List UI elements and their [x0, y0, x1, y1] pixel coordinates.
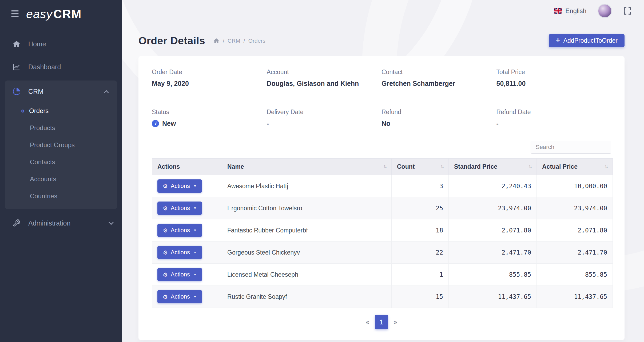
- caret-down-icon: ▼: [193, 251, 197, 254]
- gear-icon: ⚙: [163, 250, 168, 255]
- cell-count: 22: [392, 242, 449, 264]
- sidebar-item-label: Accounts: [30, 175, 56, 183]
- sidebar-item-home[interactable]: Home: [0, 33, 122, 55]
- actions-label: Actions: [171, 249, 190, 256]
- cell-standard-price: 2,240.43: [449, 175, 537, 197]
- sidebar-item-administration[interactable]: Administration: [0, 212, 122, 235]
- sidebar-item-label: Products: [30, 124, 55, 132]
- sidebar-item-label: CRM: [28, 88, 43, 95]
- field-refund-date: Refund Date -: [496, 108, 611, 127]
- header-standard-price[interactable]: ↑↓ Standard Price: [449, 159, 537, 175]
- cell-actual-price: 855.85: [537, 264, 613, 286]
- field-value: -: [496, 120, 611, 127]
- cell-name: Rustic Granite Soapyf: [222, 286, 392, 308]
- cell-name: Ergonomic Cotton Towelsro: [222, 197, 392, 219]
- field-label: Refund Date: [496, 108, 611, 116]
- header-count[interactable]: ↑↓ Count: [392, 159, 449, 175]
- sidebar-item-product-groups[interactable]: Product Groups: [5, 136, 117, 154]
- sidebar-item-accounts[interactable]: Accounts: [5, 171, 117, 188]
- header-actual-price[interactable]: ↑↓ Actual Price: [537, 159, 613, 175]
- add-product-to-order-button[interactable]: + AddProductToOrder: [549, 34, 625, 47]
- cell-count: 18: [392, 219, 449, 242]
- home-icon: [12, 40, 21, 48]
- brand-prefix: easy: [26, 8, 53, 20]
- home-breadcrumb-icon[interactable]: [213, 38, 220, 44]
- sidebar-item-crm[interactable]: CRM: [5, 81, 117, 102]
- row-actions-button[interactable]: ⚙ Actions ▼: [157, 246, 202, 259]
- sidebar-item-products[interactable]: Products: [5, 119, 117, 136]
- search-input[interactable]: [531, 141, 611, 154]
- row-actions-button[interactable]: ⚙ Actions ▼: [157, 224, 202, 237]
- row-actions-button[interactable]: ⚙ Actions ▼: [157, 202, 202, 215]
- table-header-row: Actions ↑↓ Name ↑↓ Count ↑↓ Standard Pri…: [152, 159, 613, 175]
- field-label: Order Date: [152, 69, 267, 76]
- row-actions-button[interactable]: ⚙ Actions ▼: [157, 179, 202, 193]
- cell-actual-price: 10,000.00: [537, 175, 613, 197]
- fullscreen-button[interactable]: [623, 7, 632, 15]
- header-actions: Actions: [152, 159, 222, 175]
- header-label: Name: [227, 163, 244, 170]
- row-actions-button[interactable]: ⚙ Actions ▼: [157, 290, 202, 303]
- gear-icon: ⚙: [163, 272, 168, 277]
- sort-icon: ↑↓: [605, 164, 607, 169]
- actions-label: Actions: [171, 227, 190, 234]
- sidebar-item-label: Administration: [28, 219, 70, 227]
- cell-actions: ⚙ Actions ▼: [152, 197, 222, 219]
- field-order-date: Order Date May 9, 2020: [152, 69, 267, 87]
- field-value: Douglas, Gislason and Kiehn: [267, 80, 382, 87]
- actions-label: Actions: [171, 183, 190, 190]
- cell-name: Gorgeous Steel Chickenyv: [222, 242, 392, 264]
- caret-down-icon: ▼: [193, 228, 197, 232]
- cell-actions: ⚙ Actions ▼: [152, 286, 222, 308]
- chevron-up-icon: [104, 90, 109, 95]
- sidebar-item-dashboard[interactable]: Dashboard: [0, 55, 122, 78]
- table-row: ⚙ Actions ▼ Rustic Granite Soapyf 15 11,…: [152, 286, 613, 308]
- cell-actions: ⚙ Actions ▼: [152, 264, 222, 286]
- active-dot-icon: [21, 110, 24, 112]
- cell-standard-price: 2,071.80: [449, 219, 537, 242]
- topbar: English: [122, 0, 644, 22]
- sidebar-item-label: Product Groups: [30, 141, 75, 149]
- cell-actual-price: 2,471.70: [537, 242, 613, 264]
- actions-label: Actions: [171, 271, 190, 278]
- table-row: ⚙ Actions ▼ Licensed Metal Cheeseph 1 85…: [152, 264, 613, 286]
- avatar[interactable]: [598, 4, 612, 18]
- cell-actions: ⚙ Actions ▼: [152, 219, 222, 242]
- brand-logo[interactable]: easy CRM: [26, 8, 82, 20]
- main-content: Order Details / CRM / Orders + AddProduc…: [122, 22, 644, 342]
- field-refund: Refund No: [381, 108, 496, 127]
- cell-standard-price: 2,471.70: [449, 242, 537, 264]
- sidebar-item-countries[interactable]: Countries: [5, 188, 117, 205]
- brand-suffix: CRM: [53, 8, 81, 20]
- cell-actual-price: 2,071.80: [537, 219, 613, 242]
- pagination-next[interactable]: »: [389, 315, 402, 329]
- breadcrumb: / CRM / Orders: [213, 38, 265, 44]
- menu-toggle-icon[interactable]: [11, 10, 19, 17]
- sidebar-item-contacts[interactable]: Contacts: [5, 154, 117, 171]
- row-actions-button[interactable]: ⚙ Actions ▼: [157, 268, 202, 281]
- caret-down-icon: ▼: [193, 184, 197, 188]
- header-name[interactable]: ↑↓ Name: [222, 159, 392, 175]
- field-label: Account: [267, 69, 382, 76]
- breadcrumb-crm[interactable]: CRM: [228, 38, 240, 44]
- pagination-page-1[interactable]: 1: [375, 315, 388, 329]
- cell-actions: ⚙ Actions ▼: [152, 242, 222, 264]
- actions-label: Actions: [171, 293, 190, 300]
- table-row: ⚙ Actions ▼ Fantastic Rubber Computerbf …: [152, 219, 613, 242]
- info-icon[interactable]: i: [152, 120, 159, 127]
- language-label: English: [565, 7, 586, 15]
- cell-standard-price: 855.85: [449, 264, 537, 286]
- field-value: May 9, 2020: [152, 80, 267, 87]
- sidebar-item-label: Dashboard: [28, 63, 61, 71]
- order-products-table: Actions ↑↓ Name ↑↓ Count ↑↓ Standard Pri…: [152, 158, 611, 308]
- sidebar-item-orders[interactable]: Orders: [5, 102, 117, 119]
- sidebar: easy CRM Home Dashboard CRM: [0, 0, 122, 342]
- cell-standard-price: 23,974.00: [449, 197, 537, 219]
- uk-flag-icon: [554, 8, 562, 14]
- cell-name: Licensed Metal Cheeseph: [222, 264, 392, 286]
- pagination-prev[interactable]: «: [361, 315, 374, 329]
- sidebar-item-label: Home: [28, 40, 46, 48]
- breadcrumb-orders[interactable]: Orders: [248, 38, 265, 44]
- sidebar-item-label: Orders: [29, 107, 49, 115]
- language-selector[interactable]: English: [554, 7, 586, 15]
